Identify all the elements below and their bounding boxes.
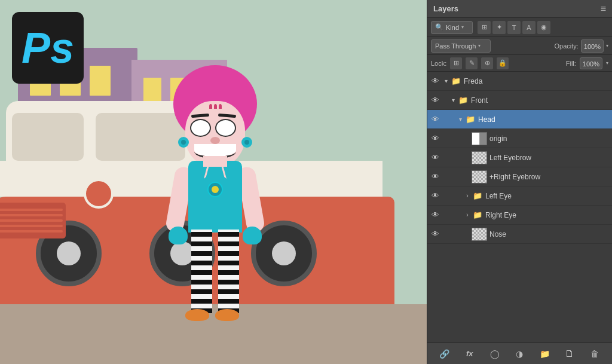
blend-opacity-row: Pass Through ▾ Opacity: 100% ▾ (427, 37, 612, 55)
char-earring-left (178, 137, 189, 148)
char-shoe-right (215, 309, 239, 321)
layer-thumb-origin (472, 132, 487, 145)
layer-name-freda: Freda (464, 77, 610, 85)
kind-dropdown-label: Kind (446, 24, 459, 31)
expand-arrow-front[interactable]: ▾ (449, 96, 457, 105)
layer-name-nose: Nose (489, 230, 610, 238)
expand-arrow-head[interactable]: ▾ (456, 115, 464, 124)
eye-icon-right-eye[interactable]: 👁 (430, 210, 440, 221)
new-group-icon[interactable]: 📁 (538, 347, 551, 360)
new-layer-icon[interactable]: 🗋 (563, 347, 576, 360)
panel-kind-toolbar: 🔍 Kind ▾ ⊞ ✦ T A ◉ (427, 18, 612, 37)
char-shoe-left (185, 309, 209, 321)
fx-icon[interactable]: fx (463, 347, 476, 360)
layer-name-origin: origin (489, 134, 610, 143)
filter-type-icon[interactable]: T (507, 21, 521, 34)
blend-mode-chevron: ▾ (478, 43, 481, 48)
lock-transparent-btn[interactable]: ⊞ (450, 57, 462, 69)
char-glove-left (169, 227, 188, 244)
eye-icon-nose[interactable]: 👁 (430, 229, 440, 240)
kind-dropdown-chevron: ▾ (461, 25, 464, 30)
char-earring-right (241, 137, 252, 148)
eye-icon-front[interactable]: 👁 (430, 95, 440, 106)
layer-name-right-eyebrow: +Right Eyebrow (489, 173, 610, 181)
layer-row-left-eye[interactable]: 👁›📁Left Eye (427, 186, 612, 206)
fill-input[interactable]: 100% (580, 57, 602, 69)
eye-icon-freda[interactable]: 👁 (430, 76, 440, 87)
lock-label: Lock: (431, 60, 446, 67)
lock-position-btn[interactable]: ⊕ (481, 57, 493, 69)
layer-thumb-right-eyebrow (472, 170, 487, 183)
expand-arrow-right-eyebrow (463, 173, 472, 181)
folder-icon-head: 📁 (464, 115, 476, 124)
opacity-label: Opacity: (555, 42, 579, 50)
eye-icon-origin[interactable]: 👁 (430, 133, 440, 144)
layer-row-front[interactable]: 👁▾📁Front (427, 91, 612, 110)
layer-row-freda[interactable]: 👁▾📁Freda (427, 72, 612, 91)
layer-row-right-eye[interactable]: 👁›📁Right Eye (427, 206, 612, 225)
delete-layer-icon[interactable]: 🗑 (588, 347, 601, 360)
adjustment-icon[interactable]: ◑ (513, 347, 526, 360)
filter-shape-icon[interactable]: A (522, 21, 536, 34)
char-neck (203, 156, 227, 167)
layer-thumb-nose (472, 228, 487, 241)
lock-image-btn[interactable]: ✎ (466, 57, 478, 69)
expand-arrow-origin (463, 134, 472, 143)
char-leg-right (218, 230, 239, 313)
eye-icon-left-eye[interactable]: 👁 (430, 191, 440, 201)
expand-arrow-left-eyebrow (463, 154, 472, 162)
eye-icon-left-eyebrow[interactable]: 👁 (430, 152, 440, 163)
panel-footer: 🔗 fx ◯ ◑ 📁 🗋 🗑 (427, 342, 612, 364)
filter-adjustment-icon[interactable]: ✦ (492, 21, 506, 34)
fill-label: Fill: (566, 60, 576, 67)
filter-smart-icon[interactable]: ◉ (537, 21, 550, 34)
lock-fill-row: Lock: ⊞ ✎ ⊕ 🔒 Fill: 100% ▾ (427, 55, 612, 72)
character (167, 65, 263, 316)
layer-row-left-eyebrow[interactable]: 👁Left Eyebrow (427, 148, 612, 167)
layer-thumb-left-eyebrow (472, 151, 487, 164)
layer-name-left-eyebrow: Left Eyebrow (489, 154, 610, 162)
layers-list[interactable]: 👁▾📁Freda👁▾📁Front👁▾📁Head👁origin👁Left Eyeb… (427, 72, 612, 342)
folder-icon-right-eye: 📁 (472, 210, 484, 220)
fill-chevron: ▾ (606, 60, 608, 66)
layer-row-head[interactable]: 👁▾📁Head (427, 110, 612, 129)
filter-pixel-icon[interactable]: ⊞ (478, 21, 491, 34)
panel-title: Layers (433, 4, 458, 13)
layer-row-right-eyebrow[interactable]: 👁+Right Eyebrow (427, 167, 612, 186)
expand-arrow-right-eye[interactable]: › (463, 211, 472, 219)
link-layers-icon[interactable]: 🔗 (438, 347, 451, 360)
layer-row-origin[interactable]: 👁origin (427, 129, 612, 148)
layer-row-nose[interactable]: 👁Nose (427, 225, 612, 244)
char-glove-right (243, 227, 262, 244)
expand-arrow-freda[interactable]: ▾ (442, 77, 450, 85)
layer-name-right-eye: Right Eye (485, 211, 610, 219)
char-leg-left (191, 230, 212, 313)
folder-icon-front: 📁 (457, 96, 469, 105)
add-mask-icon[interactable]: ◯ (488, 347, 501, 360)
eye-icon-head[interactable]: 👁 (430, 114, 440, 125)
expand-arrow-left-eye[interactable]: › (463, 192, 472, 200)
panel-menu-icon[interactable]: ≡ (601, 4, 606, 14)
folder-icon-freda: 📁 (450, 77, 462, 86)
folder-icon-left-eye: 📁 (472, 191, 484, 201)
eye-icon-right-eyebrow[interactable]: 👁 (430, 172, 440, 182)
ps-logo: Ps (12, 12, 84, 84)
blend-mode-label: Pass Through (435, 42, 476, 50)
blend-mode-dropdown[interactable]: Pass Through ▾ (431, 39, 491, 53)
layers-panel: Layers ≡ 🔍 Kind ▾ ⊞ ✦ T A ◉ Pass Through… (427, 0, 612, 364)
search-icon: 🔍 (435, 23, 443, 31)
kind-dropdown[interactable]: 🔍 Kind ▾ (431, 21, 473, 34)
layer-name-head: Head (478, 115, 610, 124)
panel-header: Layers ≡ (427, 0, 612, 18)
filter-icon-group: ⊞ ✦ T A ◉ (478, 21, 550, 34)
opacity-input[interactable]: 100% (581, 39, 604, 53)
layer-name-front: Front (471, 96, 610, 105)
char-body (188, 161, 242, 233)
layer-name-left-eye: Left Eye (485, 192, 610, 200)
lock-all-btn[interactable]: 🔒 (497, 57, 509, 69)
opacity-chevron: ▾ (606, 43, 608, 48)
expand-arrow-nose (463, 230, 472, 238)
